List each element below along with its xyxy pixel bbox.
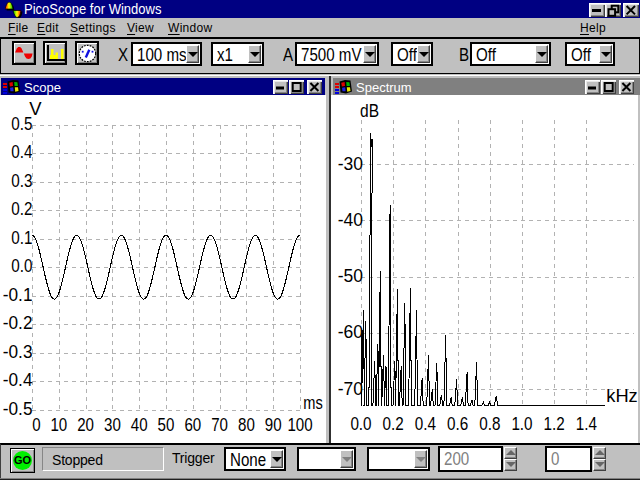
svg-text:-0.2: -0.2 [3, 312, 33, 333]
svg-text:0.4: 0.4 [415, 413, 437, 434]
svg-text:10: 10 [50, 414, 67, 435]
svg-text:0.0: 0.0 [11, 255, 32, 276]
svg-text:-0.5: -0.5 [3, 398, 33, 419]
svg-text:-60: -60 [338, 321, 363, 342]
svg-text:kHz: kHz [606, 385, 638, 406]
svg-text:20: 20 [77, 414, 94, 435]
svg-text:1.0: 1.0 [511, 413, 532, 434]
svg-text:0: 0 [32, 414, 40, 435]
svg-text:-70: -70 [338, 378, 363, 399]
svg-text:90: 90 [265, 414, 282, 435]
svg-text:50: 50 [158, 414, 175, 435]
svg-text:0.8: 0.8 [479, 413, 500, 434]
svg-text:-0.1: -0.1 [3, 284, 33, 305]
svg-text:-40: -40 [338, 209, 363, 230]
svg-text:0.0: 0.0 [350, 413, 371, 434]
svg-text:-50: -50 [338, 265, 363, 286]
svg-text:0.1: 0.1 [11, 227, 32, 248]
svg-text:0.3: 0.3 [11, 170, 32, 191]
svg-text:0.2: 0.2 [11, 198, 32, 219]
svg-text:ms: ms [303, 392, 323, 413]
svg-text:0.2: 0.2 [383, 413, 404, 434]
svg-text:1.2: 1.2 [544, 413, 565, 434]
svg-text:0.6: 0.6 [447, 413, 468, 434]
svg-text:80: 80 [238, 414, 255, 435]
svg-text:1.4: 1.4 [576, 413, 598, 434]
svg-text:70: 70 [211, 414, 228, 435]
svg-text:-0.3: -0.3 [3, 341, 33, 362]
svg-text:100: 100 [287, 414, 312, 435]
svg-text:-0.4: -0.4 [3, 369, 33, 390]
svg-text:dB: dB [360, 100, 379, 121]
svg-text:60: 60 [184, 414, 201, 435]
svg-text:30: 30 [104, 414, 121, 435]
svg-text:40: 40 [131, 414, 148, 435]
svg-text:-30: -30 [338, 153, 363, 174]
svg-text:V: V [29, 98, 42, 119]
svg-text:0.4: 0.4 [11, 141, 33, 162]
